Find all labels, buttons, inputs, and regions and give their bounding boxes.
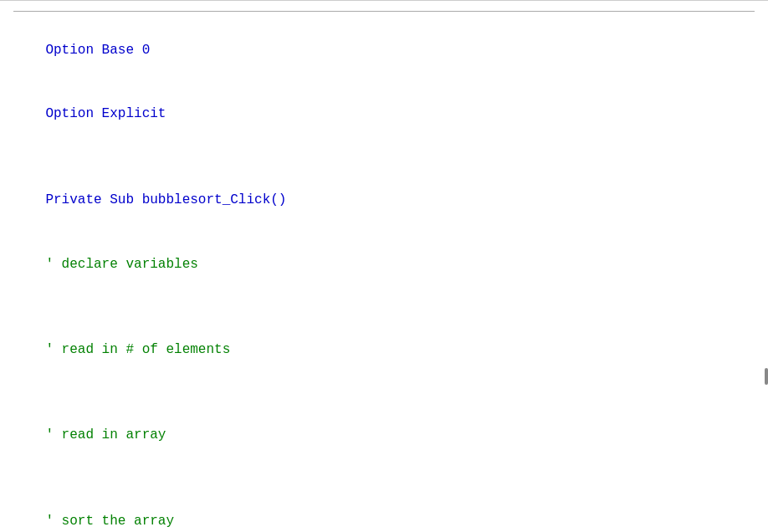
top-separator	[13, 11, 755, 12]
comment-declare-text: ' declare variables	[45, 257, 197, 272]
blank-line-1	[13, 147, 755, 169]
code-line-comment-read-num: ' read in # of elements	[13, 318, 755, 382]
scrollbar-indicator	[765, 368, 768, 385]
code-line-comment-read-array: ' read in array	[13, 404, 755, 468]
code-line-sub-declaration: Private Sub bubblesort_Click()	[13, 168, 755, 233]
comment-read-array-text: ' read in array	[45, 427, 166, 442]
code-line-option-base: Option Base 0	[13, 18, 755, 83]
code-line-comment-declare: ' declare variables	[13, 233, 755, 297]
blank-line-3	[13, 382, 755, 404]
code-editor[interactable]: Option Base 0 Option Explicit Private Su…	[0, 0, 768, 532]
blank-line-4	[13, 468, 755, 489]
sub-declaration-text: Private Sub bubblesort_Click()	[45, 192, 286, 207]
comment-read-num-text: ' read in # of elements	[45, 342, 230, 357]
code-line-comment-sort: ' sort the array	[13, 489, 755, 532]
blank-line-2	[13, 297, 755, 319]
option-explicit-text: Option Explicit	[45, 106, 166, 121]
option-base-text: Option Base 0	[45, 43, 150, 58]
comment-sort-text: ' sort the array	[45, 514, 174, 529]
code-line-option-explicit: Option Explicit	[13, 83, 755, 147]
